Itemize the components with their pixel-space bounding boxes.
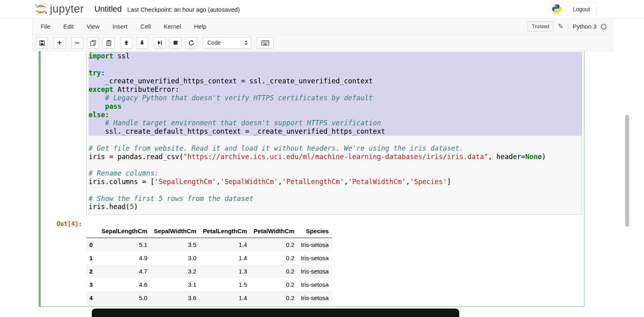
table-cell: Iris-setosa (297, 278, 332, 291)
menu-item-help[interactable]: Help (188, 19, 213, 34)
run-cell-button[interactable] (154, 37, 166, 49)
code-line[interactable]: except AttributeError: (89, 85, 582, 94)
page-scrollbar-thumb[interactable] (625, 115, 629, 227)
table-cell: 4.6 (98, 278, 151, 291)
table-cell: 0.2 (250, 278, 298, 291)
code-line[interactable] (89, 136, 582, 144)
menubar-divider (568, 23, 568, 30)
table-cell: 1.5 (200, 278, 250, 291)
paste-cell-button[interactable] (103, 37, 115, 49)
kernel-idle-icon (601, 24, 607, 29)
code-line[interactable]: _create_unverified_https_context = ssl._… (89, 77, 582, 85)
table-cell: 3.2 (151, 265, 200, 278)
table-row: 24.73.21.30.2Iris-setosa (86, 265, 332, 278)
jupyter-logo[interactable]: jupyter (34, 2, 84, 16)
table-row: 14.93.01.40.2Iris-setosa (86, 251, 332, 265)
restart-kernel-button[interactable] (185, 37, 197, 49)
code-line[interactable] (89, 60, 582, 69)
cell-output-row: Out[4]: SepalLengthCmSepalWidthCmPetalLe… (41, 218, 582, 305)
python-logo-icon (551, 4, 562, 15)
arrow-up-icon (124, 40, 129, 46)
cell-input-row: import ssltry: _create_unverified_https_… (41, 51, 582, 215)
table-cell: Iris-setosa (297, 238, 332, 252)
jupyter-logo-text: jupyter (50, 4, 84, 15)
stop-icon (173, 40, 178, 46)
selected-code-cell[interactable]: import ssltry: _create_unverified_https_… (39, 51, 584, 307)
table-header-row: SepalLengthCmSepalWidthCmPetalLengthCmPe… (86, 224, 332, 238)
plus-icon (57, 40, 62, 46)
jupyter-logo-icon (34, 2, 48, 16)
menu-item-file[interactable]: File (34, 19, 57, 34)
output-prompt: Out[4]: (41, 218, 86, 305)
table-cell: 1.4 (200, 238, 250, 252)
run-icon (157, 40, 163, 46)
cell-type-select[interactable]: Code (203, 37, 251, 49)
menu-item-kernel[interactable]: Kernel (157, 19, 188, 34)
edit-mode-pencil-icon: ✎ (558, 22, 564, 31)
table-cell: 3.0 (151, 251, 200, 265)
kernel-name: Python 3 (573, 23, 597, 30)
copy-icon (90, 40, 96, 46)
menu-toolbar-band: FileEditViewInsertCellKernelHelp Trusted… (32, 19, 613, 51)
trusted-indicator[interactable]: Trusted (528, 21, 553, 31)
table-cell: 0.2 (250, 265, 298, 278)
dataframe-table: SepalLengthCmSepalWidthCmPetalLengthCmPe… (86, 224, 332, 305)
code-line[interactable] (89, 161, 582, 169)
code-line[interactable]: import ssl (89, 52, 582, 60)
command-palette-button[interactable] (257, 37, 274, 49)
interrupt-kernel-button[interactable] (169, 37, 182, 49)
code-editor[interactable]: import ssltry: _create_unverified_https_… (86, 51, 582, 215)
toolbar-group-edit: ✂ (71, 37, 115, 49)
row-index-cell: 2 (86, 265, 98, 278)
code-line[interactable]: iris.columns = ['SepalLengthCm','SepalWi… (89, 178, 582, 186)
title-area: Untitled Last Checkpoint: an hour ago (a… (95, 4, 240, 14)
table-row: 05.13.51.40.2Iris-setosa (86, 238, 332, 252)
table-header-cell: SepalLengthCm (98, 224, 151, 238)
code-line[interactable]: iris = pandas.read_csv("https://archive.… (89, 153, 582, 161)
code-line[interactable]: # Legacy Python that doesn't verify HTTP… (89, 94, 582, 102)
row-index-cell: 1 (86, 251, 98, 265)
dataframe-header: SepalLengthCmSepalWidthCmPetalLengthCmPe… (86, 224, 332, 238)
save-button[interactable] (36, 37, 48, 49)
table-cell: 3.1 (151, 278, 200, 291)
menubar-right: Trusted ✎ Python 3 (528, 21, 612, 31)
dock-bar (92, 309, 459, 317)
header-right: Logout (551, 2, 597, 16)
logout-button[interactable]: Logout (566, 2, 597, 16)
table-header-cell: Species (297, 224, 332, 238)
code-line[interactable]: # Get file from website. Read it and loa… (89, 144, 582, 153)
table-cell: 1.3 (200, 265, 250, 278)
table-header-cell: PetalLengthCm (200, 224, 250, 238)
row-index-cell: 0 (86, 238, 98, 252)
move-cell-up-button[interactable] (120, 37, 132, 49)
toolbar-group-save (36, 37, 48, 49)
toolbar-group-palette (257, 37, 274, 49)
cut-cell-button[interactable]: ✂ (71, 37, 83, 49)
code-line[interactable]: iris.head(5) (89, 203, 582, 211)
code-line[interactable]: ssl._create_default_https_context = _cre… (89, 127, 582, 136)
table-cell: Iris-setosa (297, 291, 332, 305)
scissors-icon: ✂ (75, 40, 80, 46)
menu-item-edit[interactable]: Edit (57, 19, 80, 34)
table-cell: Iris-setosa (297, 265, 332, 278)
code-line[interactable]: # Show the first 5 rows from the dataset (89, 195, 582, 203)
code-line[interactable]: pass (89, 102, 582, 111)
code-line[interactable]: # Rename columns: (89, 169, 582, 178)
insert-cell-button[interactable] (54, 37, 66, 49)
dataframe-body: 05.13.51.40.2Iris-setosa14.93.01.40.2Iri… (86, 238, 332, 305)
arrow-down-icon (139, 40, 145, 46)
menu-item-view[interactable]: View (80, 19, 106, 34)
menu-item-cell[interactable]: Cell (134, 19, 157, 34)
menu-item-insert[interactable]: Insert (106, 19, 134, 34)
code-line[interactable]: else: (89, 111, 582, 119)
table-cell: 1.4 (200, 251, 250, 265)
code-line[interactable]: # Handle target environment that doesn't… (89, 119, 582, 127)
copy-cell-button[interactable] (87, 37, 99, 49)
code-line[interactable]: try: (89, 69, 582, 77)
toolbar-group-move (120, 37, 148, 49)
paste-icon (106, 40, 112, 46)
notebook-title[interactable]: Untitled (95, 4, 122, 14)
table-header-cell: PetalWidthCm (250, 224, 298, 238)
code-line[interactable] (89, 186, 582, 195)
move-cell-down-button[interactable] (136, 37, 148, 49)
